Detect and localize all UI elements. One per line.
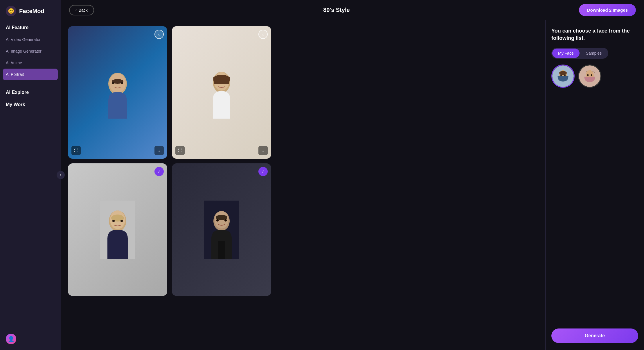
svg-point-28 (559, 71, 567, 75)
face-sample-1[interactable] (551, 65, 575, 88)
my-work-title: My Work (0, 97, 61, 110)
svg-point-5 (121, 82, 123, 84)
image-card-3[interactable]: ✓ (68, 163, 167, 296)
svg-point-4 (112, 82, 114, 84)
sidebar-item-image-generator[interactable]: AI Image Generator (0, 45, 61, 57)
image-placeholder-3 (68, 163, 167, 296)
logo: 😊 FaceMod (0, 6, 61, 25)
svg-point-32 (591, 74, 593, 76)
right-panel: You can choose a face from the following… (545, 20, 644, 350)
card-2-select-btn[interactable]: ○ (258, 30, 268, 39)
svg-rect-2 (109, 95, 126, 119)
image-card-2[interactable]: ○ ⛶ ↓ (172, 26, 271, 159)
sidebar-item-video-generator[interactable]: AI Video Generator (0, 34, 61, 45)
face-samples-grid (551, 65, 638, 88)
ai-explore-title: AI Explore (0, 90, 61, 97)
svg-rect-20 (218, 241, 225, 259)
svg-point-16 (120, 220, 123, 222)
image-placeholder-4 (172, 163, 271, 296)
main-content: ‹ Back 80's Style Download 2 Images (61, 0, 644, 350)
svg-point-31 (587, 74, 589, 76)
content-area: ○ ⛶ ↓ (61, 20, 644, 350)
card-2-expand-btn[interactable]: ⛶ (175, 146, 185, 155)
back-button[interactable]: ‹ Back (69, 5, 94, 15)
tab-samples[interactable]: Samples (580, 49, 607, 58)
svg-point-23 (224, 219, 227, 222)
card-1-expand-btn[interactable]: ⛶ (71, 146, 81, 155)
sidebar-item-anime[interactable]: AI Anime (0, 57, 61, 69)
topbar: ‹ Back 80's Style Download 2 Images (61, 0, 644, 20)
image-card-1[interactable]: ○ ⛶ ↓ (68, 26, 167, 159)
face-sample-2[interactable] (578, 65, 601, 88)
card-4-select-btn[interactable]: ✓ (258, 167, 268, 176)
image-grid: ○ ⛶ ↓ (68, 26, 271, 296)
svg-point-15 (112, 220, 115, 222)
image-grid-area: ○ ⛶ ↓ (61, 20, 545, 350)
card-3-select-btn[interactable]: ✓ (154, 167, 164, 176)
svg-point-22 (216, 219, 219, 222)
generate-button[interactable]: Generate (551, 328, 638, 343)
image-placeholder-1 (68, 26, 167, 159)
download-button[interactable]: Download 2 Images (579, 4, 636, 16)
sidebar: 😊 FaceMod AI Feature AI Video Generator … (0, 0, 61, 350)
sidebar-item-portrait[interactable]: AI Portrait (3, 69, 58, 80)
page-title: 80's Style (323, 7, 350, 13)
image-placeholder-2 (172, 26, 271, 159)
face-tabs: My Face Samples (551, 48, 608, 59)
sidebar-toggle[interactable]: › (57, 171, 65, 179)
ai-feature-title: AI Feature (0, 25, 61, 34)
sidebar-divider (6, 85, 55, 85)
logo-emoji: 😊 (8, 8, 14, 14)
user-avatar[interactable]: 👤 (6, 334, 16, 344)
card-2-download-btn[interactable]: ↓ (258, 146, 268, 155)
image-card-4[interactable]: ✓ (172, 163, 271, 296)
card-1-download-btn[interactable]: ↓ (154, 146, 164, 155)
logo-text: FaceMod (19, 8, 44, 15)
logo-icon: 😊 (6, 6, 16, 16)
back-label: Back (79, 8, 88, 12)
card-1-select-btn[interactable]: ○ (154, 30, 164, 39)
tab-my-face[interactable]: My Face (552, 49, 580, 58)
chevron-left-icon: ‹ (75, 8, 77, 12)
panel-description: You can choose a face from the following… (551, 27, 638, 42)
